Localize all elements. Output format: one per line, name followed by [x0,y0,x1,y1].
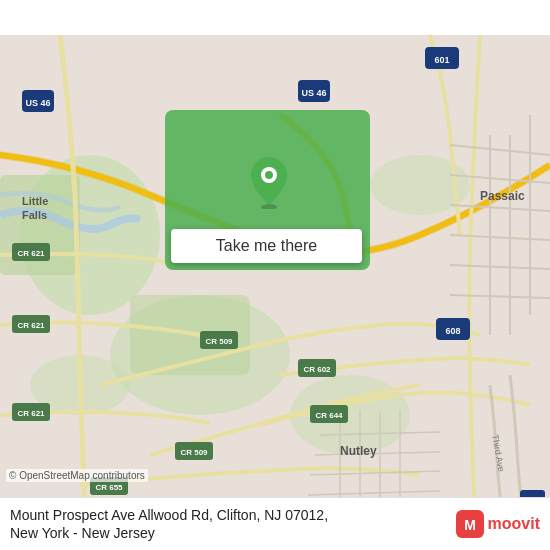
moovit-text: moovit [488,515,540,533]
bottom-text: Mount Prospect Ave Allwood Rd, Clifton, … [10,506,456,542]
map-container: US 46 US 46 601 CR 621 CR 621 CR 621 CR … [0,0,550,550]
svg-text:Little: Little [22,195,48,207]
svg-text:601: 601 [434,55,449,65]
svg-text:Nutley: Nutley [340,444,377,458]
address-line: Mount Prospect Ave Allwood Rd, Clifton, … [10,506,456,542]
svg-text:CR 509: CR 509 [205,337,233,346]
svg-text:608: 608 [445,326,460,336]
svg-text:US 46: US 46 [301,88,326,98]
location-pin [247,155,291,199]
take-me-there-button[interactable]: Take me there [171,229,362,263]
svg-text:CR 621: CR 621 [17,409,45,418]
svg-text:CR 602: CR 602 [303,365,331,374]
svg-text:CR 655: CR 655 [95,483,123,492]
svg-text:CR 621: CR 621 [17,249,45,258]
svg-text:US 46: US 46 [25,98,50,108]
svg-text:Falls: Falls [22,209,47,221]
osm-credit: © OpenStreetMap contributors [6,469,148,482]
map-background: US 46 US 46 601 CR 621 CR 621 CR 621 CR … [0,0,550,550]
svg-text:M: M [464,517,476,533]
svg-point-58 [265,171,273,179]
moovit-logo: M moovit [456,510,540,538]
svg-text:CR 621: CR 621 [17,321,45,330]
svg-text:CR 644: CR 644 [315,411,343,420]
bottom-bar: Mount Prospect Ave Allwood Rd, Clifton, … [0,497,550,550]
svg-text:Passaic: Passaic [480,189,525,203]
button-label: Take me there [216,237,317,255]
svg-text:CR 509: CR 509 [180,448,208,457]
svg-point-3 [290,375,410,455]
moovit-icon: M [456,510,484,538]
